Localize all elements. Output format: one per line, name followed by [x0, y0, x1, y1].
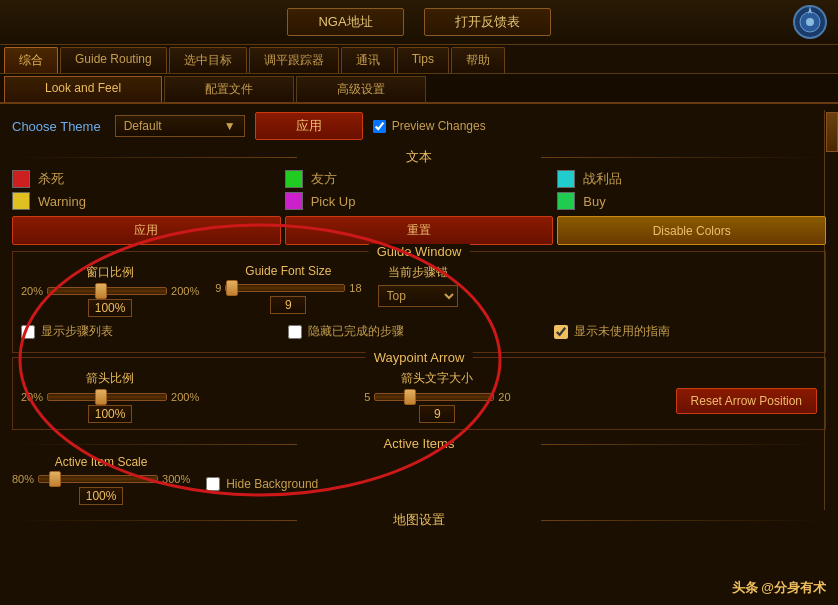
active-item-scale-group: Active Item Scale 80% 300% 100%	[12, 455, 190, 505]
color-row-1: 杀死 友方 战利品	[12, 170, 826, 188]
active-item-scale-max: 300%	[162, 473, 190, 485]
guide-font-size-slider[interactable]	[225, 284, 345, 292]
arrow-font-min: 5	[364, 391, 370, 403]
show-unused-checkbox-item[interactable]: 显示未使用的指南	[554, 323, 817, 340]
hide-background-checkbox-item[interactable]: Hide Background	[206, 477, 318, 491]
guide-font-size-group: Guide Font Size 9 18 9	[215, 264, 361, 314]
waypoint-arrow-section: Waypoint Arrow 箭头比例 20% 200% 100% 箭头文字大小…	[12, 357, 826, 430]
show-unused-checkbox[interactable]	[554, 325, 568, 339]
arrow-scale-group: 箭头比例 20% 200% 100%	[21, 370, 199, 423]
waypoint-sliders-row: 箭头比例 20% 200% 100% 箭头文字大小 5 20 9	[21, 370, 817, 423]
kill-color-swatch[interactable]	[12, 170, 30, 188]
active-item-scale-slider[interactable]	[38, 475, 158, 483]
text-section-header: 文本	[12, 148, 826, 166]
subtab-config[interactable]: 配置文件	[164, 76, 294, 102]
friendly-color-swatch[interactable]	[285, 170, 303, 188]
top-bar: NGA地址 打开反馈表	[0, 0, 838, 45]
guide-sliders-row: 窗口比例 20% 200% 100% Guide Font Size 9 18 …	[21, 264, 817, 317]
theme-row: Choose Theme Default ▼ 应用 Preview Change…	[12, 112, 826, 140]
guide-font-size-value: 9	[270, 296, 306, 314]
active-items-header: Active Items	[12, 436, 826, 451]
theme-select[interactable]: Default ▼	[115, 115, 245, 137]
disable-colors-button[interactable]: Disable Colors	[557, 216, 826, 245]
hide-completed-checkbox[interactable]	[288, 325, 302, 339]
tab-general[interactable]: 综合	[4, 47, 58, 73]
show-steps-checkbox-item[interactable]: 显示步骤列表	[21, 323, 284, 340]
tab-select-target[interactable]: 选中目标	[169, 47, 247, 73]
color-row-2: Warning Pick Up Buy	[12, 192, 826, 210]
guide-window-section: Guide Window 窗口比例 20% 200% 100% Guide Fo…	[12, 251, 826, 353]
guide-font-size-label: Guide Font Size	[245, 264, 331, 278]
color-item-warning[interactable]: Warning	[12, 192, 281, 210]
text-reset-button[interactable]: 重置	[285, 216, 554, 245]
active-item-scale-slider-row: 80% 300%	[12, 473, 190, 485]
show-steps-checkbox[interactable]	[21, 325, 35, 339]
color-item-pickup[interactable]: Pick Up	[285, 192, 554, 210]
map-setup-header: 地图设置	[12, 511, 826, 529]
map-setup-row: 地图设置	[12, 511, 826, 529]
theme-apply-button[interactable]: 应用	[255, 112, 363, 140]
arrow-font-size-slider-row: 5 20	[364, 391, 510, 403]
watermark: 头条 @分身有术	[732, 579, 826, 597]
subtab-look-feel[interactable]: Look and Feel	[4, 76, 162, 102]
hide-background-checkbox[interactable]	[206, 477, 220, 491]
color-item-kill[interactable]: 杀死	[12, 170, 281, 188]
arrow-scale-value: 100%	[88, 405, 133, 423]
guide-window-title: Guide Window	[369, 244, 470, 259]
tab-bar: 综合 Guide Routing 选中目标 调平跟踪器 通讯 Tips 帮助	[0, 45, 838, 74]
tab-tracker[interactable]: 调平跟踪器	[249, 47, 339, 73]
text-apply-button[interactable]: 应用	[12, 216, 281, 245]
arrow-font-size-group: 箭头文字大小 5 20 9	[364, 370, 510, 423]
window-scale-min: 20%	[21, 285, 43, 297]
buy-color-swatch[interactable]	[557, 192, 575, 210]
window-scale-group: 窗口比例 20% 200% 100%	[21, 264, 199, 317]
preview-checkbox[interactable]	[373, 120, 386, 133]
window-scale-slider-row: 20% 200%	[21, 285, 199, 297]
window-scale-slider[interactable]	[47, 287, 167, 295]
window-scale-label: 窗口比例	[86, 264, 134, 281]
arrow-font-size-slider[interactable]	[374, 393, 494, 401]
waypoint-arrow-title: Waypoint Arrow	[366, 350, 473, 365]
arrow-font-max: 20	[498, 391, 510, 403]
arrow-scale-slider[interactable]	[47, 393, 167, 401]
step-anchor-group: 当前步骤锚 Top Bottom Center	[378, 264, 458, 307]
guide-font-size-slider-row: 9 18	[215, 282, 361, 294]
tab-help[interactable]: 帮助	[451, 47, 505, 73]
arrow-scale-slider-row: 20% 200%	[21, 391, 199, 403]
chevron-down-icon: ▼	[224, 119, 236, 133]
color-item-friendly[interactable]: 友方	[285, 170, 554, 188]
active-items-row: Active Item Scale 80% 300% 100% Hide Bac…	[12, 455, 826, 505]
subtab-advanced[interactable]: 高级设置	[296, 76, 426, 102]
color-item-buy[interactable]: Buy	[557, 192, 826, 210]
theme-label: Choose Theme	[12, 119, 101, 134]
reset-arrow-button[interactable]: Reset Arrow Position	[676, 388, 817, 414]
nga-button[interactable]: NGA地址	[287, 8, 403, 36]
color-item-loot[interactable]: 战利品	[557, 170, 826, 188]
guide-font-min: 9	[215, 282, 221, 294]
step-anchor-label: 当前步骤锚	[388, 264, 448, 281]
arrow-font-size-value: 9	[419, 405, 455, 423]
step-anchor-select[interactable]: Top Bottom Center	[378, 285, 458, 307]
warning-color-swatch[interactable]	[12, 192, 30, 210]
reset-arrow-container: Reset Arrow Position	[676, 388, 817, 414]
active-item-scale-min: 80%	[12, 473, 34, 485]
guide-checkboxes: 显示步骤列表 隐藏已完成的步骤 显示未使用的指南	[21, 323, 817, 340]
tab-comms[interactable]: 通讯	[341, 47, 395, 73]
main-content: Choose Theme Default ▼ 应用 Preview Change…	[0, 104, 838, 541]
arrow-scale-max: 200%	[171, 391, 199, 403]
feedback-button[interactable]: 打开反馈表	[424, 8, 551, 36]
tab-guide-routing[interactable]: Guide Routing	[60, 47, 167, 73]
arrow-scale-label: 箭头比例	[86, 370, 134, 387]
arrow-font-size-label: 箭头文字大小	[401, 370, 473, 387]
active-item-scale-value: 100%	[79, 487, 124, 505]
text-btn-row: 应用 重置 Disable Colors	[12, 216, 826, 245]
active-items-section: Active Items Active Item Scale 80% 300% …	[12, 436, 826, 505]
hide-completed-checkbox-item[interactable]: 隐藏已完成的步骤	[288, 323, 551, 340]
tab-tips[interactable]: Tips	[397, 47, 449, 73]
pickup-color-swatch[interactable]	[285, 192, 303, 210]
sub-tab-bar: Look and Feel 配置文件 高级设置	[0, 74, 838, 104]
window-scale-value: 100%	[88, 299, 133, 317]
preview-check: Preview Changes	[373, 119, 486, 133]
loot-color-swatch[interactable]	[557, 170, 575, 188]
arrow-scale-min: 20%	[21, 391, 43, 403]
